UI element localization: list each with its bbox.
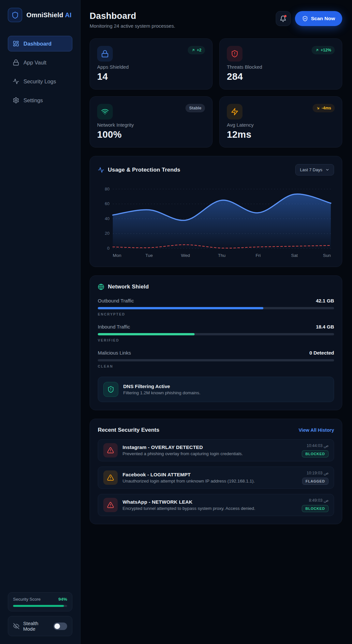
traffic-value: 0 Detected	[309, 350, 334, 356]
security-score-label: Security Score	[13, 597, 41, 602]
stat-label: Threats Blocked	[227, 64, 335, 70]
alert-triangle-icon	[103, 470, 118, 485]
dashboard-grid-icon	[13, 40, 19, 47]
event-title: Facebook - LOGIN ATTEMPT	[123, 472, 297, 477]
svg-text:80: 80	[105, 187, 110, 191]
svg-text:Thu: Thu	[218, 253, 226, 258]
badge-label: +12%	[321, 48, 331, 52]
brand-suffix-text: AI	[65, 11, 71, 19]
page-title: Dashboard	[90, 11, 175, 21]
stealth-mode-label: Stealth Mode	[23, 621, 50, 632]
stat-label: Network Integrity	[97, 122, 205, 128]
network-shield-title: Network Shield	[108, 284, 149, 290]
event-description: Encrypted tunnel attempted to bypass sys…	[123, 506, 297, 511]
alert-triangle-icon	[103, 498, 118, 512]
svg-text:20: 20	[105, 231, 110, 236]
stat-label: Avg Latency	[227, 122, 335, 128]
sidebar-nav: Dashboard App Vault Security Logs Settin…	[8, 36, 72, 108]
stat-card-avg-latency: -4ms Avg Latency 12ms	[219, 96, 342, 147]
stat-value: 12ms	[227, 129, 335, 140]
traffic-status: CLEAN	[98, 364, 334, 368]
svg-text:Mon: Mon	[113, 253, 121, 258]
stat-value: 14	[97, 71, 205, 82]
page-subtitle: Monitoring 24 active system processes.	[90, 23, 175, 29]
event-row-facebook: Facebook - LOGIN ATTEMPT Unauthorized lo…	[98, 467, 334, 489]
dns-description: Filtering 1.2M known phishing domains.	[123, 390, 200, 395]
range-selector[interactable]: Last 7 Days	[295, 164, 334, 175]
sidebar-item-app-vault[interactable]: App Vault	[8, 55, 72, 70]
trends-chart: 020406080MonTueWedThuFriSatSun	[98, 180, 334, 261]
sidebar-item-security-logs[interactable]: Security Logs	[8, 74, 72, 89]
stat-value: 284	[227, 71, 335, 82]
sidebar-item-label: Dashboard	[23, 41, 51, 47]
event-description: Unauthorized login attempt from unknown …	[123, 479, 297, 483]
security-score-fill	[13, 605, 64, 607]
view-all-history-link[interactable]: View All History	[299, 427, 334, 433]
sidebar-item-label: Settings	[23, 97, 43, 104]
sidebar-item-dashboard[interactable]: Dashboard	[8, 36, 72, 51]
page-header: Dashboard Monitoring 24 active system pr…	[90, 11, 342, 29]
badge-label: Stable	[189, 106, 201, 110]
svg-text:Sat: Sat	[291, 253, 298, 258]
main-content: Dashboard Monitoring 24 active system pr…	[81, 0, 352, 644]
lock-icon	[97, 46, 113, 62]
trends-chart-svg: 020406080MonTueWedThuFriSatSun	[98, 180, 334, 259]
eye-off-icon	[13, 623, 20, 629]
traffic-row-inbound: Inbound Traffic 18.4 GB VERIFIED	[98, 324, 334, 342]
progress-fill	[98, 333, 195, 335]
progress-fill	[98, 307, 263, 309]
event-row-whatsapp: WhatsApp - NETWORK LEAK Encrypted tunnel…	[98, 494, 334, 516]
security-score-track	[13, 605, 67, 607]
traffic-value: 18.4 GB	[316, 324, 334, 329]
shield-check-icon	[302, 16, 308, 21]
stat-value: 100%	[97, 129, 205, 140]
stats-grid: +2 Apps Shielded 14 +12% Threats Blocked…	[90, 38, 342, 147]
chart-title: Usage & Protection Trends	[108, 167, 180, 173]
status-badge: Stable	[185, 104, 205, 112]
activity-icon	[98, 167, 104, 173]
svg-text:0: 0	[107, 246, 110, 251]
scan-now-button[interactable]: Scan Now	[295, 11, 342, 26]
svg-text:Fri: Fri	[256, 253, 261, 258]
sidebar-item-settings[interactable]: Settings	[8, 92, 72, 108]
trend-badge: +12%	[312, 46, 335, 54]
traffic-row-malicious-links: Malicious Links 0 Detected CLEAN	[98, 350, 334, 368]
event-time: 10:19:03 ص	[307, 470, 329, 475]
badge-label: +2	[197, 48, 201, 52]
security-score-value: 94%	[58, 597, 67, 602]
events-title: Recent Security Events	[98, 427, 159, 433]
event-status-badge: BLOCKED	[302, 505, 329, 512]
security-score-card: Security Score 94%	[8, 592, 72, 611]
stealth-mode-card: Stealth Mode	[8, 616, 72, 636]
notification-dot	[284, 15, 286, 17]
badge-label: -4ms	[322, 106, 331, 110]
toggle-knob	[54, 623, 60, 629]
stat-card-apps-shielded: +2 Apps Shielded 14	[90, 38, 213, 90]
traffic-label: Malicious Links	[98, 350, 131, 356]
gear-icon	[13, 97, 19, 104]
dns-filtering-banner: DNS Filtering Active Filtering 1.2M know…	[98, 377, 334, 402]
svg-text:Wed: Wed	[181, 253, 190, 258]
event-status-badge: BLOCKED	[302, 450, 329, 457]
scan-now-label: Scan Now	[311, 16, 335, 21]
range-selector-value: Last 7 Days	[300, 167, 322, 172]
brand-name-text: OmniShield	[26, 11, 63, 19]
shield-alert-icon	[103, 382, 118, 397]
traffic-label: Inbound Traffic	[98, 324, 130, 329]
brand-shield-icon	[8, 8, 22, 22]
sidebar-item-label: Security Logs	[23, 78, 56, 85]
stat-card-network-integrity: Stable Network Integrity 100%	[90, 96, 213, 147]
chevron-down-icon	[325, 168, 330, 172]
traffic-row-outbound: Outbound Traffic 42.1 GB ENCRYPTED	[98, 298, 334, 316]
progress-track	[98, 359, 334, 361]
stealth-mode-toggle[interactable]	[53, 623, 67, 630]
sidebar-item-label: App Vault	[23, 60, 46, 66]
trends-chart-card: Usage & Protection Trends Last 7 Days 02…	[90, 156, 342, 267]
notifications-button[interactable]	[276, 11, 291, 26]
event-time: 8:49:03 ص	[309, 498, 329, 503]
svg-text:60: 60	[105, 201, 110, 206]
trend-badge: +2	[188, 46, 205, 54]
event-description: Prevented a phishing overlay from captur…	[123, 451, 297, 456]
brand: OmniShieldAI	[8, 8, 72, 22]
network-shield-card: Network Shield Outbound Traffic 42.1 GB …	[90, 275, 342, 410]
